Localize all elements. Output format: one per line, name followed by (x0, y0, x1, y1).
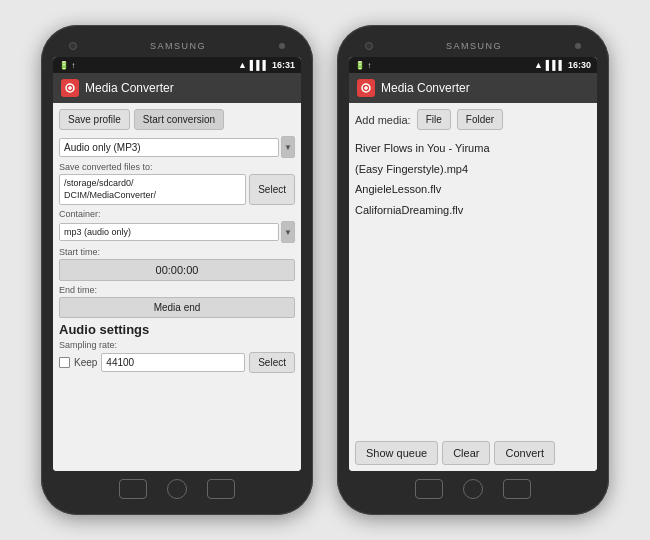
select-button-1[interactable]: Select (249, 174, 295, 205)
menu-button-1[interactable] (207, 479, 235, 499)
top-btn-row: Save profile Start conversion (59, 109, 295, 130)
speaker-2 (575, 43, 581, 49)
app-bar-1: Media Converter (53, 73, 301, 103)
media-list: River Flows in You - Yiruma (Easy Finger… (355, 138, 591, 433)
media-item-2[interactable]: AngieleLesson.flv (355, 179, 591, 200)
end-time-label: End time: (59, 285, 295, 295)
brand-2: SAMSUNG (373, 41, 575, 51)
path-box: /storage/sdcard0/DCIM/MediaConverter/ (59, 174, 246, 205)
signal-icon-2: ▌▌▌ (546, 60, 565, 70)
container-label: Container: (59, 209, 295, 219)
show-queue-button[interactable]: Show queue (355, 441, 438, 465)
app-title-1: Media Converter (85, 81, 174, 95)
media-item-1[interactable]: (Easy Fingerstyle).mp4 (355, 159, 591, 180)
container-arrow[interactable]: ▼ (281, 221, 295, 243)
speaker-1 (279, 43, 285, 49)
sampling-row: Keep 44100 Select (59, 352, 295, 373)
select-button-2[interactable]: Select (249, 352, 295, 373)
phone-bottom-2 (349, 471, 597, 503)
app-icon-1 (61, 79, 79, 97)
start-conversion-button[interactable]: Start conversion (134, 109, 224, 130)
start-time-box[interactable]: 00:00:00 (59, 259, 295, 281)
app-icon-2 (357, 79, 375, 97)
keep-label: Keep (74, 357, 97, 368)
screen-1: 🔋 ↑ ▲ ▌▌▌ 16:31 Media Converter Sav (53, 57, 301, 471)
add-media-row: Add media: File Folder (355, 109, 591, 130)
screen-2: 🔋 ↑ ▲ ▌▌▌ 16:30 Media Converter Add (349, 57, 597, 471)
status-icons-2: 🔋 ↑ (355, 61, 371, 70)
home-button-1[interactable] (167, 479, 187, 499)
status-icons-1: 🔋 ↑ (59, 61, 75, 70)
app-bar-2: Media Converter (349, 73, 597, 103)
container-row: mp3 (audio only) ▼ (59, 221, 295, 243)
add-media-label: Add media: (355, 114, 411, 126)
phone-1: SAMSUNG 🔋 ↑ ▲ ▌▌▌ 16:31 Media Conv (41, 25, 313, 515)
home-button-2[interactable] (463, 479, 483, 499)
front-camera-2 (365, 42, 373, 50)
bottom-btn-row: Show queue Clear Convert (355, 441, 591, 465)
status-bar-2: 🔋 ↑ ▲ ▌▌▌ 16:30 (349, 57, 597, 73)
screen-content-2: Add media: File Folder River Flows in Yo… (349, 103, 597, 471)
wifi-icon-1: ▲ (238, 60, 247, 70)
brand-1: SAMSUNG (77, 41, 279, 51)
path-row: /storage/sdcard0/DCIM/MediaConverter/ Se… (59, 174, 295, 205)
back-button-1[interactable] (119, 479, 147, 499)
audio-settings-heading: Audio settings (59, 322, 295, 337)
container-box[interactable]: mp3 (audio only) (59, 223, 279, 241)
media-item-0[interactable]: River Flows in You - Yiruma (355, 138, 591, 159)
convert-button[interactable]: Convert (494, 441, 555, 465)
start-time-label: Start time: (59, 247, 295, 257)
sample-input[interactable]: 44100 (101, 353, 245, 372)
media-item-3[interactable]: CaliforniaDreaming.flv (355, 200, 591, 221)
end-time-box[interactable]: Media end (59, 297, 295, 318)
time-1: 16:31 (272, 60, 295, 70)
save-converted-label: Save converted files to: (59, 162, 295, 172)
audio-format-row: Audio only (MP3) ▼ (59, 136, 295, 158)
file-button[interactable]: File (417, 109, 451, 130)
dropdown-arrow[interactable]: ▼ (281, 136, 295, 158)
time-2: 16:30 (568, 60, 591, 70)
status-bar-1: 🔋 ↑ ▲ ▌▌▌ 16:31 (53, 57, 301, 73)
save-profile-button[interactable]: Save profile (59, 109, 130, 130)
phone-2: SAMSUNG 🔋 ↑ ▲ ▌▌▌ 16:30 Media Conv (337, 25, 609, 515)
phone-bottom-1 (53, 471, 301, 503)
menu-button-2[interactable] (503, 479, 531, 499)
front-camera-1 (69, 42, 77, 50)
sampling-rate-label: Sampling rate: (59, 340, 295, 350)
screen-content-1: Save profile Start conversion Audio only… (53, 103, 301, 471)
back-button-2[interactable] (415, 479, 443, 499)
clear-button[interactable]: Clear (442, 441, 490, 465)
keep-checkbox[interactable] (59, 357, 70, 368)
wifi-icon-2: ▲ (534, 60, 543, 70)
folder-button[interactable]: Folder (457, 109, 503, 130)
app-title-2: Media Converter (381, 81, 470, 95)
audio-format-dropdown[interactable]: Audio only (MP3) (59, 138, 279, 157)
signal-icon-1: ▌▌▌ (250, 60, 269, 70)
